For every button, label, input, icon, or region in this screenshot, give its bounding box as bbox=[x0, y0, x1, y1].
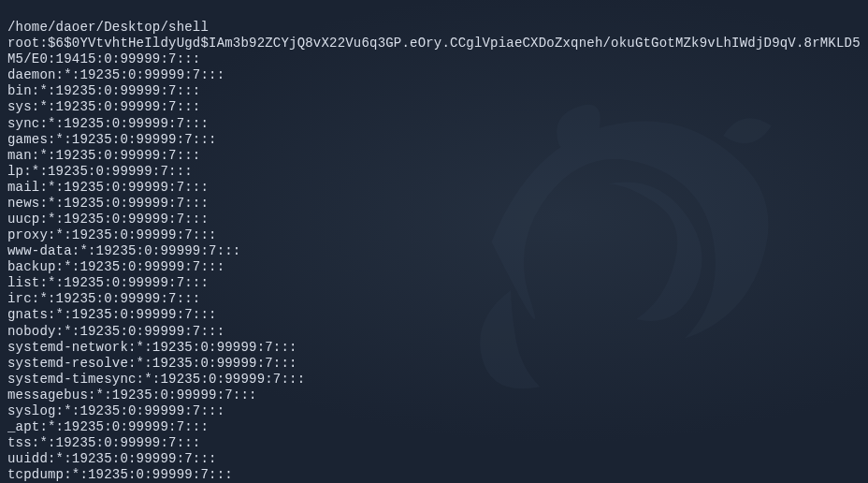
shadow-entry: _apt:*:19235:0:99999:7::: bbox=[7, 419, 861, 435]
shadow-entry: bin:*:19235:0:99999:7::: bbox=[7, 83, 861, 99]
shadow-entry: uucp:*:19235:0:99999:7::: bbox=[7, 212, 861, 227]
shadow-entry: list:*:19235:0:99999:7::: bbox=[7, 275, 861, 291]
shadow-entry: sys:*:19235:0:99999:7::: bbox=[7, 99, 861, 115]
shadow-entry: lp:*:19235:0:99999:7::: bbox=[7, 164, 861, 180]
shadow-entry: systemd-resolve:*:19235:0:99999:7::: bbox=[7, 356, 861, 372]
shadow-entry: nobody:*:19235:0:99999:7::: bbox=[7, 324, 861, 340]
shadow-entry: tcpdump:*:19235:0:99999:7::: bbox=[7, 467, 861, 483]
shadow-entry: www-data:*:19235:0:99999:7::: bbox=[7, 243, 861, 259]
shadow-entry: sync:*:19235:0:99999:7::: bbox=[7, 116, 861, 132]
shadow-entry: news:*:19235:0:99999:7::: bbox=[7, 196, 861, 212]
cwd-line: /home/daoer/Desktop/shell bbox=[7, 20, 861, 36]
shadow-entry: man:*:19235:0:99999:7::: bbox=[7, 148, 861, 164]
shadow-entry: mail:*:19235:0:99999:7::: bbox=[7, 180, 861, 196]
shadow-entry: systemd-timesync:*:19235:0:99999:7::: bbox=[7, 372, 861, 388]
terminal-output[interactable]: /home/daoer/Desktop/shellroot:$6$0YVtvht… bbox=[0, 0, 868, 483]
shadow-entry: tss:*:19235:0:99999:7::: bbox=[7, 435, 861, 451]
shadow-entry: systemd-network:*:19235:0:99999:7::: bbox=[7, 340, 861, 356]
shadow-entry: gnats:*:19235:0:99999:7::: bbox=[7, 307, 861, 323]
shadow-entry: root:$6$0YVtvhtHeIldyUgd$IAm3b92ZCYjQ8vX… bbox=[7, 36, 861, 67]
shadow-entry: backup:*:19235:0:99999:7::: bbox=[7, 259, 861, 275]
shadow-entry: games:*:19235:0:99999:7::: bbox=[7, 132, 861, 148]
shadow-entry: uuidd:*:19235:0:99999:7::: bbox=[7, 451, 861, 467]
shadow-entry: daemon:*:19235:0:99999:7::: bbox=[7, 67, 861, 83]
shadow-entry: proxy:*:19235:0:99999:7::: bbox=[7, 227, 861, 243]
shadow-entry: irc:*:19235:0:99999:7::: bbox=[7, 291, 861, 307]
shadow-entry: syslog:*:19235:0:99999:7::: bbox=[7, 403, 861, 419]
shadow-entry: messagebus:*:19235:0:99999:7::: bbox=[7, 388, 861, 403]
